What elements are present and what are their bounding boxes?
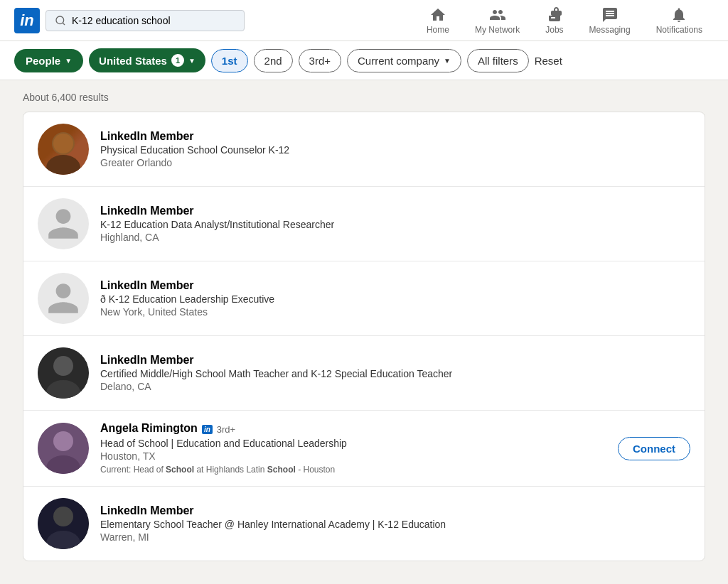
result-title: Physical Education School Counselor K-12 (100, 144, 690, 156)
connect-button[interactable]: Connect (618, 437, 690, 460)
home-icon (429, 6, 446, 23)
svg-point-9 (53, 431, 73, 451)
nav-home-label: Home (427, 25, 449, 35)
all-filters-button[interactable]: All filters (467, 49, 529, 72)
result-info: LinkedIn Member Elementary School Teache… (100, 504, 690, 543)
avatar-silhouette (38, 347, 89, 399)
list-item: Angela Rimington in 3rd+ Head of School … (23, 411, 705, 487)
svg-point-12 (53, 507, 73, 526)
reset-button[interactable]: Reset (535, 55, 562, 67)
result-info: LinkedIn Member K-12 Education Data Anal… (100, 205, 690, 243)
result-title: Elementary School Teacher @ Hanley Inter… (100, 519, 690, 530)
result-info: LinkedIn Member Physical Education Schoo… (100, 130, 690, 168)
nav-home[interactable]: Home (415, 1, 461, 40)
results-list: LinkedIn Member Physical Education Schoo… (23, 112, 705, 561)
filter-bar: People United States 1 1st 2nd 3rd+ Curr… (0, 41, 728, 80)
network-icon (489, 6, 506, 23)
result-current: Current: Head of School at Highlands Lat… (100, 465, 618, 475)
avatar (38, 498, 89, 549)
connection-3rd-button[interactable]: 3rd+ (299, 49, 341, 72)
svg-point-0 (56, 16, 64, 24)
nav-network-label: My Network (475, 25, 520, 35)
list-item: LinkedIn Member Certified Middle/High Sc… (23, 336, 705, 411)
person-placeholder-icon (45, 205, 82, 242)
connection-1st-button[interactable]: 1st (211, 49, 248, 72)
connection-2nd-button[interactable]: 2nd (254, 49, 293, 72)
avatar (38, 423, 89, 474)
avatar (38, 198, 89, 249)
jobs-icon (546, 6, 563, 23)
result-title: Certified Middle/High School Math Teache… (100, 368, 690, 379)
list-item: LinkedIn Member Elementary School Teache… (23, 487, 705, 561)
result-name: LinkedIn Member (100, 205, 690, 217)
svg-point-4 (53, 134, 73, 153)
search-input[interactable] (72, 15, 235, 26)
result-location: Delano, CA (100, 381, 690, 392)
result-info: LinkedIn Member Certified Middle/High Sc… (100, 354, 690, 392)
result-location: Warren, MI (100, 531, 690, 543)
in-badge: in (202, 425, 213, 434)
result-title: Head of School | Education and Education… (100, 438, 618, 449)
nav-jobs[interactable]: Jobs (534, 1, 574, 40)
linkedin-logo[interactable]: in (14, 8, 40, 33)
list-item: LinkedIn Member ð K-12 Education Leaders… (23, 261, 705, 336)
messaging-icon (601, 6, 619, 23)
nav-jobs-label: Jobs (545, 25, 563, 35)
search-icon (55, 15, 66, 26)
avatar-silhouette (38, 498, 89, 549)
nav-notifications[interactable]: Notifications (645, 1, 714, 40)
result-name: LinkedIn Member (100, 354, 690, 367)
result-location: Houston, TX (100, 450, 618, 462)
svg-line-1 (63, 23, 65, 25)
avatar-silhouette (38, 423, 89, 474)
degree-badge: 3rd+ (217, 424, 235, 435)
result-location: Highland, CA (100, 232, 690, 243)
nav-my-network[interactable]: My Network (464, 1, 531, 40)
nav-notifications-label: Notifications (656, 25, 702, 35)
location-filter-button[interactable]: United States 1 (89, 48, 205, 72)
results-count: About 6,400 results (23, 92, 705, 103)
result-info: LinkedIn Member ð K-12 Education Leaders… (100, 279, 690, 318)
location-filter-label: United States (99, 55, 167, 67)
people-filter-button[interactable]: People (14, 49, 83, 72)
result-name: LinkedIn Member (100, 279, 690, 292)
nav-messaging-label: Messaging (589, 25, 631, 35)
list-item: LinkedIn Member K-12 Education Data Anal… (23, 187, 705, 261)
nav-messaging[interactable]: Messaging (578, 1, 642, 40)
header: in Home My Network Jobs (0, 0, 728, 41)
results-area: About 6,400 results LinkedIn Member Phys… (9, 80, 719, 573)
search-bar[interactable] (46, 10, 245, 31)
company-filter-button[interactable]: Current company (347, 49, 461, 72)
svg-point-3 (46, 155, 80, 175)
avatar-silhouette (38, 124, 89, 175)
result-name: LinkedIn Member (100, 130, 690, 143)
result-name-row: Angela Rimington in 3rd+ (100, 422, 618, 436)
avatar (38, 124, 89, 175)
list-item: LinkedIn Member Physical Education Schoo… (23, 112, 705, 187)
result-location: New York, United States (100, 306, 690, 318)
result-name: Angela Rimington (100, 422, 198, 435)
svg-point-6 (53, 356, 73, 376)
main-nav: Home My Network Jobs Messaging (415, 1, 714, 40)
avatar (38, 273, 89, 324)
avatar (38, 347, 89, 399)
location-filter-count: 1 (171, 54, 184, 67)
result-location: Greater Orlando (100, 157, 690, 168)
result-name: LinkedIn Member (100, 504, 690, 517)
result-title: ð K-12 Education Leadership Executive (100, 293, 690, 305)
result-title: K-12 Education Data Analyst/Institutiona… (100, 219, 690, 230)
person-placeholder-icon (45, 280, 82, 317)
result-info: Angela Rimington in 3rd+ Head of School … (100, 422, 618, 475)
notifications-icon (670, 6, 687, 23)
